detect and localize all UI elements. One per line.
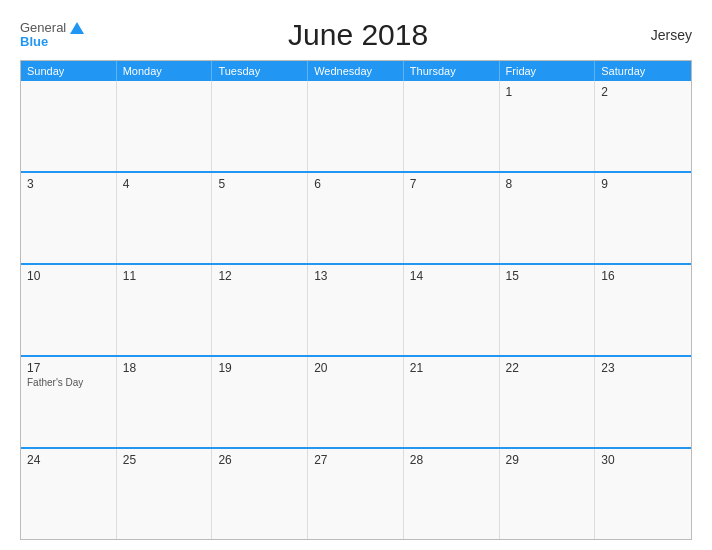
header: General Blue June 2018 Jersey — [20, 18, 692, 52]
calendar-cell: 29 — [500, 449, 596, 539]
day-number: 2 — [601, 85, 685, 99]
calendar-cell: 22 — [500, 357, 596, 447]
calendar-cell: 1 — [500, 81, 596, 171]
calendar-week: 3456789 — [21, 171, 691, 263]
calendar-cell: 11 — [117, 265, 213, 355]
day-number: 3 — [27, 177, 110, 191]
day-number: 21 — [410, 361, 493, 375]
calendar-cell: 5 — [212, 173, 308, 263]
calendar-header-cell: Wednesday — [308, 61, 404, 81]
day-number: 27 — [314, 453, 397, 467]
day-number: 12 — [218, 269, 301, 283]
day-number: 29 — [506, 453, 589, 467]
calendar: SundayMondayTuesdayWednesdayThursdayFrid… — [20, 60, 692, 540]
day-number: 22 — [506, 361, 589, 375]
calendar-cell: 16 — [595, 265, 691, 355]
logo-triangle-icon — [70, 22, 84, 34]
calendar-cell — [308, 81, 404, 171]
day-number: 13 — [314, 269, 397, 283]
calendar-cell: 6 — [308, 173, 404, 263]
calendar-cell: 18 — [117, 357, 213, 447]
calendar-cell: 13 — [308, 265, 404, 355]
calendar-cell: 23 — [595, 357, 691, 447]
day-number: 4 — [123, 177, 206, 191]
event-label: Father's Day — [27, 377, 110, 388]
calendar-cell: 25 — [117, 449, 213, 539]
day-number: 26 — [218, 453, 301, 467]
calendar-cell: 3 — [21, 173, 117, 263]
calendar-cell: 4 — [117, 173, 213, 263]
logo: General Blue — [20, 21, 84, 50]
calendar-week: 24252627282930 — [21, 447, 691, 539]
calendar-week: 12 — [21, 81, 691, 171]
day-number: 30 — [601, 453, 685, 467]
day-number: 25 — [123, 453, 206, 467]
day-number: 17 — [27, 361, 110, 375]
day-number: 28 — [410, 453, 493, 467]
calendar-cell — [404, 81, 500, 171]
day-number: 6 — [314, 177, 397, 191]
calendar-body: 1234567891011121314151617Father's Day181… — [21, 81, 691, 539]
calendar-cell: 12 — [212, 265, 308, 355]
calendar-header-cell: Friday — [500, 61, 596, 81]
calendar-cell: 7 — [404, 173, 500, 263]
day-number: 14 — [410, 269, 493, 283]
day-number: 1 — [506, 85, 589, 99]
page: General Blue June 2018 Jersey SundayMond… — [0, 0, 712, 550]
calendar-header-cell: Thursday — [404, 61, 500, 81]
calendar-cell: 21 — [404, 357, 500, 447]
day-number: 5 — [218, 177, 301, 191]
calendar-cell: 2 — [595, 81, 691, 171]
calendar-cell: 9 — [595, 173, 691, 263]
calendar-week: 10111213141516 — [21, 263, 691, 355]
calendar-header-cell: Monday — [117, 61, 213, 81]
day-number: 24 — [27, 453, 110, 467]
day-number: 10 — [27, 269, 110, 283]
calendar-header-cell: Tuesday — [212, 61, 308, 81]
day-number: 11 — [123, 269, 206, 283]
logo-general-text: General — [20, 21, 66, 35]
calendar-week: 17Father's Day181920212223 — [21, 355, 691, 447]
day-number: 20 — [314, 361, 397, 375]
calendar-cell: 10 — [21, 265, 117, 355]
day-number: 9 — [601, 177, 685, 191]
day-number: 16 — [601, 269, 685, 283]
calendar-cell — [117, 81, 213, 171]
calendar-title: June 2018 — [84, 18, 632, 52]
day-number: 19 — [218, 361, 301, 375]
calendar-cell: 24 — [21, 449, 117, 539]
region-label: Jersey — [632, 27, 692, 43]
calendar-cell — [21, 81, 117, 171]
calendar-header-cell: Sunday — [21, 61, 117, 81]
calendar-cell: 15 — [500, 265, 596, 355]
calendar-cell — [212, 81, 308, 171]
calendar-cell: 27 — [308, 449, 404, 539]
calendar-cell: 30 — [595, 449, 691, 539]
calendar-header: SundayMondayTuesdayWednesdayThursdayFrid… — [21, 61, 691, 81]
calendar-cell: 19 — [212, 357, 308, 447]
calendar-cell: 8 — [500, 173, 596, 263]
calendar-cell: 20 — [308, 357, 404, 447]
day-number: 7 — [410, 177, 493, 191]
day-number: 8 — [506, 177, 589, 191]
calendar-cell: 14 — [404, 265, 500, 355]
calendar-header-cell: Saturday — [595, 61, 691, 81]
day-number: 23 — [601, 361, 685, 375]
calendar-cell: 28 — [404, 449, 500, 539]
calendar-cell: 17Father's Day — [21, 357, 117, 447]
day-number: 18 — [123, 361, 206, 375]
day-number: 15 — [506, 269, 589, 283]
logo-blue-text: Blue — [20, 35, 84, 49]
calendar-cell: 26 — [212, 449, 308, 539]
